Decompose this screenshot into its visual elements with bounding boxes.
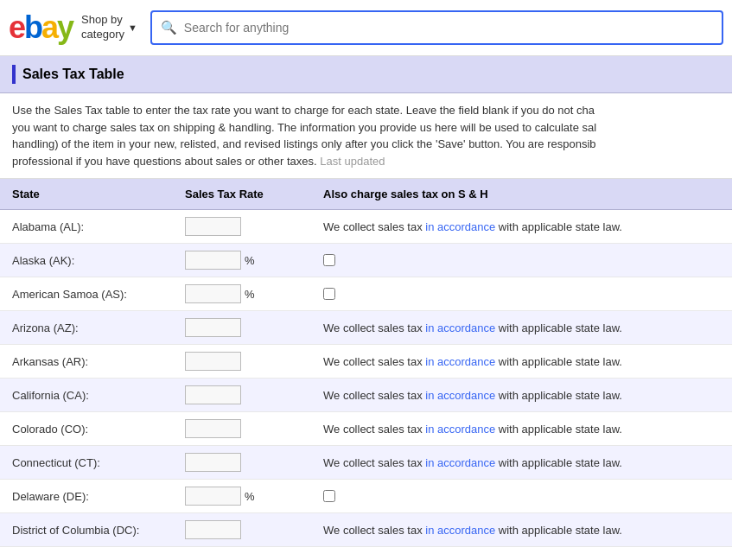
tax-rate-cell: % xyxy=(173,277,311,311)
sh-cell xyxy=(311,480,732,513)
sh-checkbox[interactable] xyxy=(323,288,335,300)
state-cell: American Samoa (AS): xyxy=(0,277,173,311)
tax-rate-input[interactable] xyxy=(185,352,241,371)
tax-rate-input[interactable] xyxy=(185,318,241,337)
search-icon: 🔍 xyxy=(161,20,177,35)
sh-checkbox-wrap xyxy=(323,254,720,266)
header: ebay Shop by category ▼ 🔍 xyxy=(0,0,732,56)
percent-sign: % xyxy=(245,288,255,301)
state-managed-text: We collect sales tax in accordance with … xyxy=(323,456,622,469)
col-state: State xyxy=(0,179,173,210)
state-cell: Arizona (AZ): xyxy=(0,311,173,345)
tax-rate-input[interactable] xyxy=(185,453,241,472)
table-row: American Samoa (AS):% xyxy=(0,277,732,311)
col-sh: Also charge sales tax on S & H xyxy=(311,179,732,210)
page-title-bar: Sales Tax Table xyxy=(0,56,732,93)
state-managed-text: We collect sales tax in accordance with … xyxy=(323,355,622,368)
table-row: Connecticut (CT):We collect sales tax in… xyxy=(0,446,732,480)
sh-cell: We collect sales tax in accordance with … xyxy=(311,210,732,244)
table-row: District of Columbia (DC):We collect sal… xyxy=(0,513,732,547)
ebay-logo: ebay xyxy=(9,12,73,43)
table-row: Arkansas (AR):We collect sales tax in ac… xyxy=(0,345,732,379)
logo-y: y xyxy=(57,10,73,45)
page-title: Sales Tax Table xyxy=(22,67,124,82)
tax-rate-input[interactable] xyxy=(185,520,241,539)
sh-checkbox[interactable] xyxy=(323,254,335,266)
shop-by-text: Shop by category xyxy=(81,13,124,42)
sh-checkbox-wrap xyxy=(323,288,720,300)
state-cell: Colorado (CO): xyxy=(0,412,173,446)
table-row: Alabama (AL):We collect sales tax in acc… xyxy=(0,210,732,244)
title-accent xyxy=(12,65,16,84)
tax-rate-cell xyxy=(173,446,311,480)
tax-rate-input[interactable] xyxy=(185,487,241,506)
state-cell: Alabama (AL): xyxy=(0,210,173,244)
table-header-row: State Sales Tax Rate Also charge sales t… xyxy=(0,179,732,210)
logo-a: a xyxy=(41,10,57,45)
sh-cell: We collect sales tax in accordance with … xyxy=(311,412,732,446)
sh-cell: We collect sales tax in accordance with … xyxy=(311,345,732,379)
tax-rate-input[interactable] xyxy=(185,284,241,303)
state-cell: Arkansas (AR): xyxy=(0,345,173,379)
state-managed-text: We collect sales tax in accordance with … xyxy=(323,524,622,537)
table-row: Alaska (AK):% xyxy=(0,244,732,277)
tax-rate-input[interactable] xyxy=(185,217,241,236)
tax-rate-cell xyxy=(173,513,311,547)
sh-checkbox-wrap xyxy=(323,490,720,502)
table-row: Delaware (DE):% xyxy=(0,480,732,513)
sh-cell: We collect sales tax in accordance with … xyxy=(311,379,732,412)
chevron-down-icon: ▼ xyxy=(128,22,137,33)
sh-checkbox[interactable] xyxy=(323,490,335,502)
last-updated-text: Last updated xyxy=(320,155,385,168)
tax-rate-cell xyxy=(173,379,311,412)
tax-rate-cell: % xyxy=(173,244,311,277)
state-cell: California (CA): xyxy=(0,379,173,412)
tax-rate-cell xyxy=(173,345,311,379)
state-managed-text: We collect sales tax in accordance with … xyxy=(323,389,622,402)
percent-sign: % xyxy=(245,254,255,267)
tax-rate-cell xyxy=(173,311,311,345)
sh-cell: We collect sales tax in accordance with … xyxy=(311,513,732,547)
percent-sign: % xyxy=(245,490,255,503)
state-cell: Alaska (AK): xyxy=(0,244,173,277)
sh-cell: We collect sales tax in accordance with … xyxy=(311,446,732,480)
tax-rate-input[interactable] xyxy=(185,385,241,404)
state-managed-text: We collect sales tax in accordance with … xyxy=(323,423,622,436)
state-managed-text: We collect sales tax in accordance with … xyxy=(323,321,622,334)
state-cell: District of Columbia (DC): xyxy=(0,513,173,547)
col-tax-rate: Sales Tax Rate xyxy=(173,179,311,210)
tax-rate-cell: % xyxy=(173,480,311,513)
sales-tax-table: State Sales Tax Rate Also charge sales t… xyxy=(0,179,732,547)
state-cell: Delaware (DE): xyxy=(0,480,173,513)
description-text: Use the Sales Tax table to enter the tax… xyxy=(12,104,596,168)
tax-rate-cell xyxy=(173,412,311,446)
search-input[interactable] xyxy=(184,21,713,35)
state-managed-text: We collect sales tax in accordance with … xyxy=(323,220,622,233)
search-bar[interactable]: 🔍 xyxy=(150,10,723,45)
shop-by-category[interactable]: Shop by category ▼ xyxy=(81,13,137,42)
description: Use the Sales Tax table to enter the tax… xyxy=(0,93,732,179)
table-row: California (CA):We collect sales tax in … xyxy=(0,379,732,412)
logo-e: e xyxy=(9,10,24,45)
tax-rate-cell xyxy=(173,210,311,244)
state-cell: Connecticut (CT): xyxy=(0,446,173,480)
tax-rate-input[interactable] xyxy=(185,251,241,270)
table-row: Arizona (AZ):We collect sales tax in acc… xyxy=(0,311,732,345)
logo-b: b xyxy=(24,10,41,45)
sh-cell xyxy=(311,244,732,277)
table-row: Colorado (CO):We collect sales tax in ac… xyxy=(0,412,732,446)
tax-rate-input[interactable] xyxy=(185,419,241,438)
sh-cell: We collect sales tax in accordance with … xyxy=(311,311,732,345)
sh-cell xyxy=(311,277,732,311)
